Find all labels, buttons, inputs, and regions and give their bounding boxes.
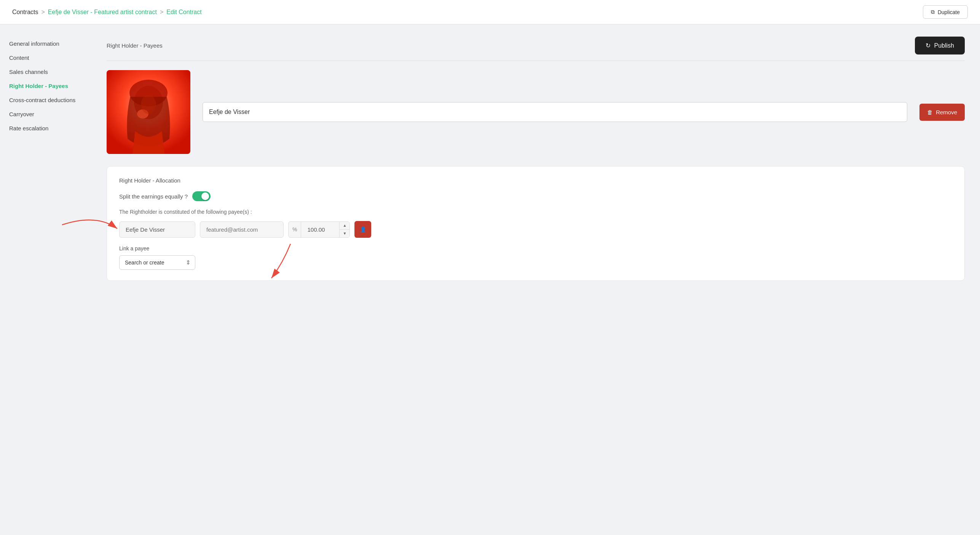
artist-image — [107, 70, 190, 154]
sidebar-label-right-holder-payees: Right Holder - Payees — [9, 83, 68, 89]
remove-label: Remove — [936, 109, 957, 115]
sidebar-label-sales-channels: Sales channels — [9, 69, 48, 75]
search-create-select[interactable]: Search or create — [119, 255, 195, 270]
trash-icon: 🗑 — [927, 109, 933, 115]
top-bar: Contracts > Eefje de Visser - Featured a… — [0, 0, 980, 24]
publish-label: Publish — [934, 42, 954, 49]
breadcrumb-contracts: Contracts — [12, 9, 38, 16]
sidebar-item-sales-channels[interactable]: Sales channels — [9, 65, 82, 79]
breadcrumb-sep-1: > — [41, 9, 45, 16]
payee-row: % ▲ ▼ 👤 — [119, 221, 952, 238]
sidebar-item-general-information[interactable]: General information — [9, 37, 82, 51]
publish-icon: ↻ — [926, 42, 931, 49]
publish-button[interactable]: ↻ Publish — [915, 37, 965, 54]
duplicate-icon: ⧉ — [931, 9, 935, 15]
annotation-wrapper: % ▲ ▼ 👤 — [119, 221, 952, 238]
allocation-card: Right Holder - Allocation Split the earn… — [107, 166, 965, 281]
split-row: Split the earnings equally ? — [119, 191, 952, 201]
sidebar-item-cross-contract-deductions[interactable]: Cross-contract deductions — [9, 93, 82, 107]
payee-name-input[interactable] — [119, 221, 195, 238]
split-label: Split the earnings equally ? — [119, 193, 188, 200]
remove-button[interactable]: 🗑 Remove — [919, 104, 965, 121]
breadcrumb-edit-contract[interactable]: Edit Contract — [166, 9, 201, 16]
percent-down-button[interactable]: ▼ — [340, 230, 350, 237]
section-title: Right Holder - Payees — [107, 42, 163, 49]
breadcrumb-contract-name[interactable]: Eefje de Visser - Featured artist contra… — [48, 9, 157, 16]
sidebar-item-content[interactable]: Content — [9, 51, 82, 65]
person-icon: 👤 — [360, 226, 366, 232]
split-toggle[interactable] — [192, 191, 211, 201]
payee-action-button[interactable]: 👤 — [354, 221, 371, 238]
sidebar-label-carryover: Carryover — [9, 111, 34, 117]
artist-name-input[interactable] — [203, 102, 907, 122]
artist-row: 🗑 Remove — [107, 70, 965, 154]
sidebar-label-content: Content — [9, 54, 29, 61]
link-payee-label: Link a payee — [119, 245, 952, 251]
link-payee-section: Link a payee Search or create ⇕ — [119, 245, 952, 270]
sidebar-item-carryover[interactable]: Carryover — [9, 107, 82, 121]
payees-label: The Rightholder is constituted of the fo… — [119, 209, 952, 215]
duplicate-label: Duplicate — [938, 9, 960, 15]
percent-symbol: % — [289, 222, 301, 237]
breadcrumb: Contracts > Eefje de Visser - Featured a… — [12, 9, 202, 16]
search-create-wrapper: Search or create ⇕ — [119, 255, 195, 270]
artist-portrait-svg — [107, 70, 190, 154]
percent-wrapper: % ▲ ▼ — [288, 221, 350, 238]
percent-input[interactable] — [301, 222, 339, 237]
breadcrumb-sep-2: > — [160, 9, 163, 16]
sidebar-item-right-holder-payees[interactable]: Right Holder - Payees — [9, 79, 82, 93]
toggle-knob — [201, 192, 209, 200]
sidebar-item-rate-escalation[interactable]: Rate escalation — [9, 121, 82, 135]
payee-email-input[interactable] — [200, 221, 284, 238]
sidebar: General information Content Sales channe… — [0, 24, 91, 535]
svg-point-4 — [141, 95, 156, 114]
main-layout: General information Content Sales channe… — [0, 24, 980, 535]
allocation-title: Right Holder - Allocation — [119, 177, 952, 184]
sidebar-label-rate-escalation: Rate escalation — [9, 125, 48, 131]
sidebar-label-cross-contract-deductions: Cross-contract deductions — [9, 97, 75, 103]
percent-arrows: ▲ ▼ — [339, 222, 350, 237]
percent-up-button[interactable]: ▲ — [340, 222, 350, 230]
section-header: Right Holder - Payees ↻ Publish — [107, 37, 965, 61]
sidebar-label-general-information: General information — [9, 40, 59, 47]
duplicate-button[interactable]: ⧉ Duplicate — [923, 5, 968, 19]
content-area: Right Holder - Payees ↻ Publish — [91, 24, 980, 535]
